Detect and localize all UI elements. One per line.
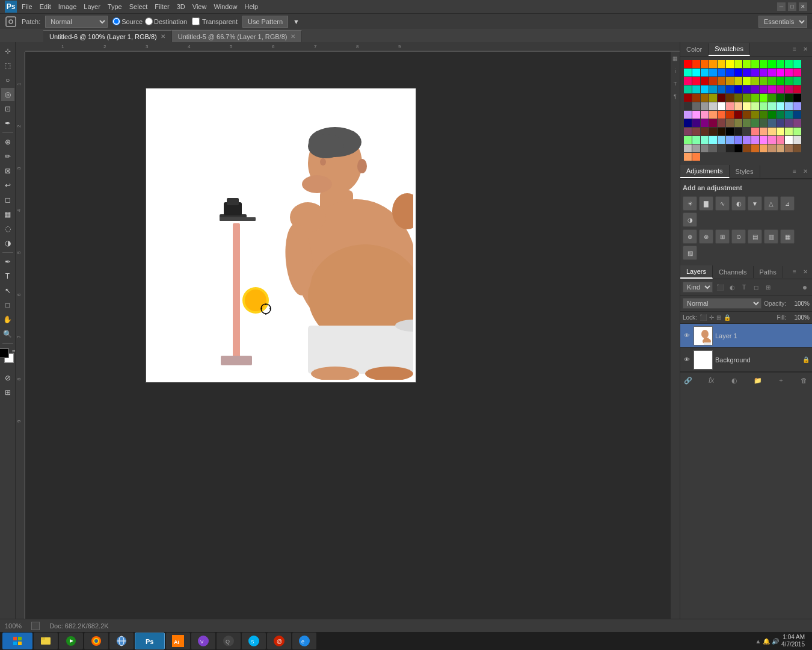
pen-tool[interactable]: ✒ (1, 255, 14, 268)
screen-mode-toggle[interactable]: ⊞ (1, 386, 14, 399)
swatch-13[interactable] (793, 60, 801, 68)
swatch-130[interactable] (718, 136, 725, 144)
swatch-129[interactable] (709, 136, 717, 144)
tab-styles[interactable]: Styles (730, 166, 760, 178)
canvas-content[interactable] (25, 52, 680, 619)
swatch-extra-2[interactable] (785, 144, 793, 152)
menu-image[interactable]: Image (58, 3, 77, 10)
swatch-4[interactable] (718, 60, 725, 68)
brush-tool[interactable]: ✏ (1, 150, 14, 163)
panel-menu-icon[interactable]: ≡ (790, 45, 799, 54)
swatch-82[interactable] (785, 102, 793, 110)
swatch-136[interactable] (768, 136, 776, 144)
swatch-68[interactable] (785, 94, 793, 102)
info-icon[interactable]: i (671, 67, 680, 75)
swatch-147[interactable] (743, 144, 751, 152)
swatch-139[interactable] (793, 136, 801, 144)
swatch-45[interactable] (709, 85, 717, 93)
invert-adj[interactable]: ⊙ (731, 229, 746, 244)
swatch-21[interactable] (743, 69, 751, 76)
swatch-59[interactable] (709, 94, 717, 102)
use-pattern-button[interactable]: Use Pattern (242, 16, 288, 28)
swatch-54[interactable] (785, 85, 793, 93)
adj-panel-menu-icon[interactable]: ≡ (790, 167, 799, 176)
swatch-2[interactable] (701, 60, 709, 68)
swatch-110[interactable] (785, 119, 793, 127)
start-button[interactable] (2, 633, 32, 649)
swatch-23[interactable] (760, 69, 767, 76)
exposure-adj[interactable]: ◐ (731, 196, 746, 211)
swatch-39[interactable] (777, 77, 784, 85)
blend-mode-select[interactable]: Normal (683, 298, 761, 309)
swatch-90[interactable] (734, 111, 742, 119)
swatch-108[interactable] (768, 119, 776, 127)
swatch-91[interactable] (743, 111, 751, 119)
fill-value[interactable]: 100% (789, 314, 810, 321)
opacity-value[interactable]: 100% (789, 300, 810, 307)
swatch-104[interactable] (734, 119, 742, 127)
swatch-141[interactable] (692, 144, 700, 152)
delete-layer-icon[interactable]: 🗑 (799, 375, 810, 386)
zoom-tool[interactable]: 🔍 (1, 327, 14, 341)
gradient-tool[interactable]: ▦ (1, 208, 14, 221)
image-canvas[interactable] (146, 88, 416, 383)
hand-tool[interactable]: ✋ (1, 313, 14, 326)
swatch-114[interactable] (701, 128, 709, 135)
taskbar-globe[interactable] (109, 633, 134, 649)
swatch-55[interactable] (793, 85, 801, 93)
swatch-98[interactable] (684, 119, 692, 127)
swatch-40[interactable] (785, 77, 793, 85)
tab-paths[interactable]: Paths (754, 266, 783, 278)
swatch-102[interactable] (718, 119, 725, 127)
swatch-132[interactable] (734, 136, 742, 144)
swatch-64[interactable] (751, 94, 759, 102)
swatch-128[interactable] (701, 136, 709, 144)
quick-selection-tool[interactable]: ◎ (1, 88, 14, 101)
swatch-123[interactable] (777, 128, 784, 135)
taskbar-firefox[interactable] (84, 633, 108, 649)
workspace-select[interactable]: Essentials (758, 16, 807, 28)
curves-adj[interactable]: ∿ (715, 196, 730, 211)
lasso-tool[interactable]: ○ (1, 73, 14, 87)
tab-channels[interactable]: Channels (713, 266, 753, 278)
swatch-66[interactable] (768, 94, 776, 102)
swatch-140[interactable] (684, 144, 692, 152)
swatch-95[interactable] (777, 111, 784, 119)
swatch-69[interactable] (793, 94, 801, 102)
swatch-121[interactable] (760, 128, 767, 135)
swatch-41[interactable] (793, 77, 801, 85)
swatch-25[interactable] (777, 69, 784, 76)
swatch-122[interactable] (768, 128, 776, 135)
swatch-29[interactable] (692, 77, 700, 85)
swatch-115[interactable] (709, 128, 717, 135)
text-tool[interactable]: T (1, 270, 14, 283)
source-radio[interactable] (112, 17, 120, 25)
background-visibility-toggle[interactable]: 👁 (683, 356, 691, 364)
tab-layers[interactable]: Layers (680, 265, 713, 279)
swatch-81[interactable] (777, 102, 784, 110)
swatch-149[interactable] (760, 144, 767, 152)
swatch-71[interactable] (692, 102, 700, 110)
eraser-tool[interactable]: ◻ (1, 193, 14, 206)
swatch-133[interactable] (743, 136, 751, 144)
taskbar-photoshop[interactable]: Ps (135, 633, 165, 649)
layer-link-icon[interactable]: 🔗 (683, 375, 694, 386)
swatch-5[interactable] (726, 60, 734, 68)
spot-healing-tool[interactable]: ⊕ (1, 135, 14, 149)
swatch-80[interactable] (768, 102, 776, 110)
swatch-85[interactable] (692, 111, 700, 119)
swatch-119[interactable] (743, 128, 751, 135)
swatch-11[interactable] (777, 60, 784, 68)
swatch-14[interactable] (684, 69, 692, 76)
swatch-52[interactable] (768, 85, 776, 93)
move-tool[interactable]: ⊹ (1, 45, 14, 58)
swatch-18[interactable] (718, 69, 725, 76)
swatch-48[interactable] (734, 85, 742, 93)
swatch-67[interactable] (777, 94, 784, 102)
pattern-dropdown-arrow[interactable]: ▼ (293, 18, 300, 25)
color-balance-adj[interactable]: ⊿ (780, 196, 795, 211)
clone-stamp-tool[interactable]: ⊠ (1, 164, 14, 178)
text-panel-icon[interactable]: T (671, 79, 680, 88)
menu-layer[interactable]: Layer (84, 3, 100, 10)
lock-pixels-icon[interactable]: ⬛ (700, 314, 707, 321)
